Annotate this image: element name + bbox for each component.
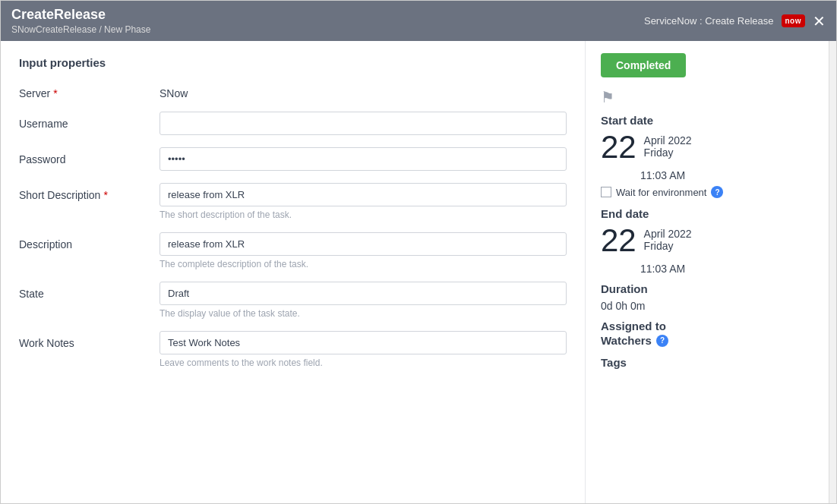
short-desc-control-wrap: The short description of the task.	[160, 183, 567, 220]
description-row: Description The complete description of …	[19, 232, 567, 269]
server-value-wrap: SNow	[160, 81, 567, 99]
start-month-day: April 2022 Friday	[644, 134, 692, 159]
state-control-wrap: The display value of the task state.	[160, 282, 567, 319]
password-control-wrap	[160, 147, 567, 171]
end-date-label: End date	[601, 207, 813, 220]
main-window: CreateRelease SNowCreateRelease / New Ph…	[0, 0, 837, 504]
wait-for-env-help-icon[interactable]: ?	[711, 186, 723, 198]
tags-label: Tags	[601, 356, 813, 369]
username-control-wrap	[160, 112, 567, 135]
password-label: Password	[19, 147, 160, 165]
flag-icon: ⚑	[601, 88, 813, 106]
start-month: April 2022	[644, 134, 692, 146]
watchers-help-icon[interactable]: ?	[656, 335, 668, 347]
work-notes-hint: Leave comments to the work notes field.	[160, 358, 567, 368]
description-label: Description	[19, 232, 160, 250]
short-desc-row: Short Description * The short descriptio…	[19, 183, 567, 220]
duration-value: 0d 0h 0m	[601, 300, 813, 312]
title-bar-right: ServiceNow : Create Release now ✕	[644, 14, 826, 29]
description-control-wrap: The complete description of the task.	[160, 232, 567, 269]
description-hint: The complete description of the task.	[160, 259, 567, 269]
wait-for-env-checkbox[interactable]	[601, 187, 611, 197]
side-panel: Completed ⚑ Start date 22 April 2022 Fri…	[586, 41, 829, 503]
watchers-label: Watchers	[601, 334, 652, 347]
wait-for-env-row: Wait for environment ?	[601, 186, 813, 198]
work-notes-control-wrap: Leave comments to the work notes field.	[160, 331, 567, 368]
now-logo: now	[782, 14, 806, 27]
main-panel: Input properties Server * SNow Username	[1, 41, 586, 503]
work-notes-row: Work Notes Leave comments to the work no…	[19, 331, 567, 368]
state-hint: The display value of the task state.	[160, 308, 567, 319]
start-day: 22	[601, 131, 636, 163]
password-input[interactable]	[160, 147, 567, 171]
title-bar: CreateRelease SNowCreateRelease / New Ph…	[1, 1, 836, 41]
title-bar-left: CreateRelease SNowCreateRelease / New Ph…	[11, 7, 150, 35]
description-input[interactable]	[160, 232, 567, 256]
completed-button[interactable]: Completed	[601, 53, 686, 77]
content-area: Input properties Server * SNow Username	[1, 41, 836, 503]
watchers-row: Watchers ?	[601, 334, 813, 347]
window-title: CreateRelease	[11, 7, 150, 23]
assigned-to-label: Assigned to	[601, 320, 813, 332]
username-label: Username	[19, 112, 160, 130]
state-input[interactable]	[160, 282, 567, 305]
end-date-block: 22 April 2022 Friday	[601, 225, 813, 257]
window-subtitle: SNowCreateRelease / New Phase	[11, 24, 150, 35]
short-desc-required-star: *	[103, 189, 107, 201]
start-time: 11:03 AM	[640, 169, 813, 181]
username-row: Username	[19, 112, 567, 135]
short-desc-label: Short Description *	[19, 183, 160, 201]
work-notes-label: Work Notes	[19, 331, 160, 349]
server-value: SNow	[160, 81, 567, 99]
short-desc-input[interactable]	[160, 183, 567, 206]
start-date-block: 22 April 2022 Friday	[601, 131, 813, 163]
wait-for-env-label: Wait for environment	[616, 187, 706, 198]
input-properties-title: Input properties	[19, 56, 567, 69]
work-notes-input[interactable]	[160, 331, 567, 354]
start-date-label: Start date	[601, 114, 813, 127]
state-label: State	[19, 282, 160, 300]
close-button[interactable]: ✕	[813, 14, 826, 29]
start-weekday: Friday	[644, 146, 692, 159]
short-desc-hint: The short description of the task.	[160, 209, 567, 220]
end-time: 11:03 AM	[640, 263, 813, 275]
state-row: State The display value of the task stat…	[19, 282, 567, 319]
server-label: Server *	[19, 81, 160, 99]
scrollbar-track[interactable]	[829, 41, 836, 503]
end-month: April 2022	[644, 228, 692, 240]
username-input[interactable]	[160, 112, 567, 135]
end-weekday: Friday	[644, 240, 692, 252]
server-row: Server * SNow	[19, 81, 567, 99]
end-month-day: April 2022 Friday	[644, 228, 692, 252]
server-required-star: *	[53, 87, 57, 99]
end-day: 22	[601, 225, 636, 257]
password-row: Password	[19, 147, 567, 171]
duration-label: Duration	[601, 282, 813, 295]
header-info: ServiceNow : Create Release	[644, 15, 774, 27]
